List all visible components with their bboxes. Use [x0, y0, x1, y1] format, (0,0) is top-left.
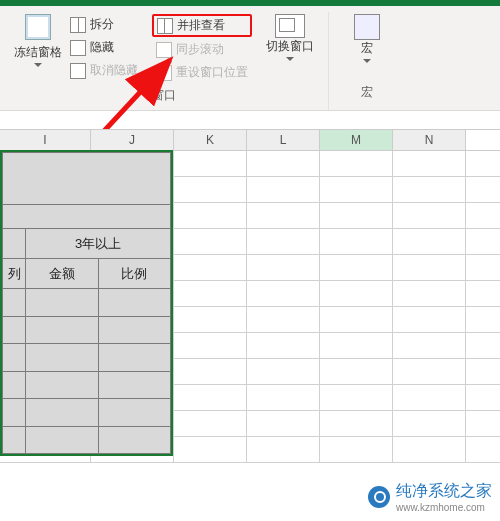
spreadsheet[interactable]: I J K L M N 表1-3 3年以上 列 [0, 129, 500, 463]
sync-scroll-icon [156, 42, 172, 58]
group-label-macros: 宏 [361, 84, 373, 101]
side-by-side-icon [157, 18, 173, 34]
watermark-text: 纯净系统之家 [396, 482, 492, 499]
column-headers: I J K L M N [0, 129, 500, 151]
reset-position-icon [156, 65, 172, 81]
chevron-down-icon [286, 57, 294, 61]
group-label-window: 窗口 [152, 87, 176, 104]
sync-scroll-button: 同步滚动 [152, 39, 252, 60]
switch-windows-icon [275, 14, 305, 38]
split-icon [70, 17, 86, 33]
col-header-M[interactable]: M [320, 130, 393, 150]
unhide-icon [70, 63, 86, 79]
macros-label: 宏 [361, 40, 373, 57]
switch-windows-label: 切换窗口 [266, 38, 314, 55]
sync-scroll-label: 同步滚动 [176, 41, 224, 58]
col-header-J[interactable]: J [91, 130, 174, 150]
hide-label: 隐藏 [90, 39, 114, 56]
reset-position-label: 重设窗口位置 [176, 64, 248, 81]
view-side-by-side-label: 并排查看 [177, 17, 225, 34]
watermark-icon [368, 486, 390, 508]
col-header-K[interactable]: K [174, 130, 247, 150]
header-group: 3年以上 [26, 229, 171, 259]
hide-button[interactable]: 隐藏 [66, 37, 142, 58]
chevron-down-icon [34, 63, 42, 67]
selected-table[interactable]: 3年以上 列 金额 比例 [0, 150, 173, 456]
freeze-panes-icon [25, 14, 51, 40]
freeze-panes-button[interactable]: 冻结窗格 [10, 12, 66, 67]
freeze-panes-label: 冻结窗格 [14, 44, 62, 61]
col-header-L[interactable]: L [247, 130, 320, 150]
macros-button[interactable]: 宏 [339, 12, 395, 63]
chevron-down-icon [363, 59, 371, 63]
col-header-N[interactable]: N [393, 130, 466, 150]
unhide-button: 取消隐藏 [66, 60, 142, 81]
ribbon: 冻结窗格 拆分 隐藏 取消隐藏 [0, 6, 500, 111]
header-amount: 金额 [26, 259, 99, 289]
ribbon-group-macros: 宏 宏 [329, 12, 405, 107]
ribbon-group-window: 冻结窗格 拆分 隐藏 取消隐藏 [0, 12, 329, 110]
col-header-I[interactable]: I [0, 130, 91, 150]
watermark-url: www.kzmhome.com [396, 502, 492, 513]
view-side-by-side-button[interactable]: 并排查看 [152, 14, 252, 37]
switch-windows-button[interactable]: 切换窗口 [262, 12, 318, 61]
header-sub-left: 列 [3, 259, 26, 289]
hide-icon [70, 40, 86, 56]
unhide-label: 取消隐藏 [90, 62, 138, 79]
reset-window-position-button: 重设窗口位置 [152, 62, 252, 83]
macros-icon [354, 14, 380, 40]
header-ratio: 比例 [98, 259, 171, 289]
watermark: 纯净系统之家 www.kzmhome.com [368, 481, 492, 513]
split-label: 拆分 [90, 16, 114, 33]
split-button[interactable]: 拆分 [66, 14, 142, 35]
